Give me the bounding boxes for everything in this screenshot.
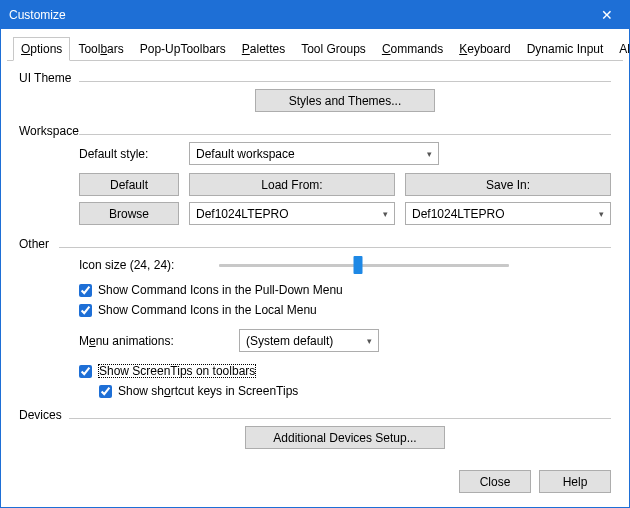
section-ui-theme-label: UI Theme <box>19 69 79 85</box>
load-from-button[interactable]: Load From: <box>189 173 395 196</box>
content-area: UI Theme Styles and Themes... Workspace … <box>1 61 629 460</box>
show-shortcut-keys-label: Show shortcut keys in ScreenTips <box>118 384 298 398</box>
help-button[interactable]: Help <box>539 470 611 493</box>
show-local-icons-label: Show Command Icons in the Local Menu <box>98 303 317 317</box>
chevron-down-icon: ▾ <box>425 149 434 159</box>
show-local-icons-checkbox[interactable] <box>79 304 92 317</box>
tab-tool-groups[interactable]: Tool Groups <box>293 37 374 60</box>
icon-size-label: Icon size (24, 24): <box>79 258 209 272</box>
titlebar: Customize ✕ <box>1 1 629 29</box>
tab-strip: Options Toolbars Pop-UpToolbars Palettes… <box>7 35 623 61</box>
slider-thumb[interactable] <box>354 256 363 274</box>
show-shortcut-keys-checkbox[interactable] <box>99 385 112 398</box>
divider <box>79 134 611 135</box>
styles-themes-button[interactable]: Styles and Themes... <box>255 89 435 112</box>
section-devices-label: Devices <box>19 406 69 422</box>
chevron-down-icon: ▾ <box>365 336 374 346</box>
show-pulldown-icons-checkbox[interactable] <box>79 284 92 297</box>
tab-palettes[interactable]: Palettes <box>234 37 293 60</box>
load-from-combo[interactable]: Def1024LTEPRO ▾ <box>189 202 395 225</box>
section-other-label: Other <box>19 235 59 251</box>
tab-dynamic-input[interactable]: Dynamic Input <box>519 37 612 60</box>
default-style-value: Default workspace <box>196 147 425 161</box>
customize-dialog: Customize ✕ Options Toolbars Pop-UpToolb… <box>0 0 630 508</box>
window-title: Customize <box>9 8 585 22</box>
dialog-footer: Close Help <box>1 460 629 507</box>
default-style-combo[interactable]: Default workspace ▾ <box>189 142 439 165</box>
default-button[interactable]: Default <box>79 173 179 196</box>
tab-commands[interactable]: Commands <box>374 37 451 60</box>
close-icon[interactable]: ✕ <box>585 1 629 29</box>
tab-aliases-partial[interactable]: Ali <box>611 37 630 60</box>
tab-toolbars[interactable]: Toolbars <box>70 37 131 60</box>
menu-animations-combo[interactable]: (System default) ▾ <box>239 329 379 352</box>
icon-size-slider[interactable] <box>219 255 509 275</box>
tab-popup-toolbars[interactable]: Pop-UpToolbars <box>132 37 234 60</box>
tab-options[interactable]: Options <box>13 37 70 61</box>
divider <box>59 247 611 248</box>
default-style-label: Default style: <box>79 147 179 161</box>
browse-button[interactable]: Browse <box>79 202 179 225</box>
load-from-value: Def1024LTEPRO <box>196 207 381 221</box>
save-in-value: Def1024LTEPRO <box>412 207 597 221</box>
section-workspace-label: Workspace <box>19 122 79 138</box>
divider <box>69 418 611 419</box>
menu-animations-label: Menu animations: <box>79 334 229 348</box>
close-button[interactable]: Close <box>459 470 531 493</box>
tab-keyboard[interactable]: Keyboard <box>451 37 518 60</box>
chevron-down-icon: ▾ <box>597 209 606 219</box>
save-in-combo[interactable]: Def1024LTEPRO ▾ <box>405 202 611 225</box>
save-in-button[interactable]: Save In: <box>405 173 611 196</box>
show-screentips-checkbox[interactable] <box>79 365 92 378</box>
show-pulldown-icons-label: Show Command Icons in the Pull-Down Menu <box>98 283 343 297</box>
menu-animations-value: (System default) <box>246 334 365 348</box>
show-screentips-label: Show ScreenTips on toolbars <box>98 364 256 378</box>
chevron-down-icon: ▾ <box>381 209 390 219</box>
additional-devices-button[interactable]: Additional Devices Setup... <box>245 426 445 449</box>
divider <box>79 81 611 82</box>
